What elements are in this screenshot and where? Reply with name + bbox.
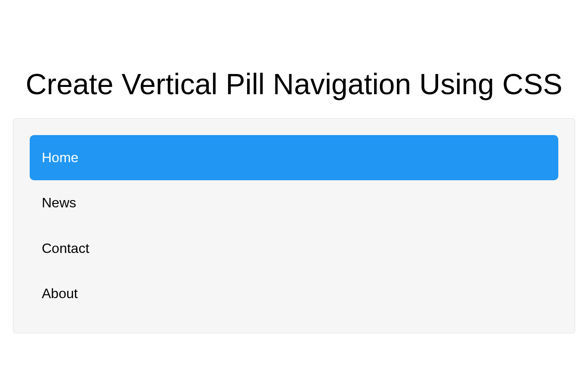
- nav-item-contact[interactable]: Contact: [30, 226, 558, 271]
- page-title: Create Vertical Pill Navigation Using CS…: [13, 67, 575, 102]
- nav-container: Home News Contact About: [13, 118, 575, 333]
- vertical-pill-nav: Home News Contact About: [30, 135, 558, 317]
- nav-item-home[interactable]: Home: [30, 135, 558, 181]
- nav-item-news[interactable]: News: [30, 180, 558, 226]
- nav-item-about[interactable]: About: [30, 271, 558, 317]
